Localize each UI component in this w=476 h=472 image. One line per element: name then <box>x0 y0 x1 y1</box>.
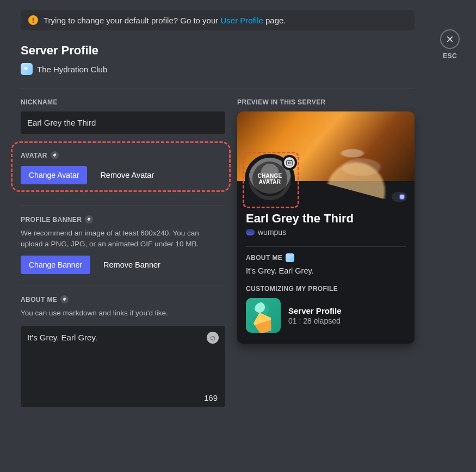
preview-about-label: ABOUT ME <box>246 253 406 262</box>
droplet-icon <box>286 253 294 262</box>
divider <box>21 205 225 206</box>
preview-handle: wumpus <box>246 228 406 237</box>
preview-label: Preview in this server <box>237 98 415 106</box>
upload-image-icon[interactable] <box>282 155 297 170</box>
server-indicator: The Hydration Club <box>21 63 415 75</box>
close-icon <box>446 35 454 44</box>
divider <box>246 246 406 247</box>
about-label: About Me <box>21 295 225 303</box>
about-textarea[interactable]: It's Grey. Earl Grey. ☺ 169 <box>21 326 225 407</box>
avatar-label: Avatar <box>21 151 225 159</box>
svg-point-1 <box>288 162 290 164</box>
user-profile-link[interactable]: User Profile <box>220 16 263 25</box>
banner-label: Profile Banner <box>21 215 225 223</box>
change-banner-button[interactable]: Change Banner <box>21 256 90 274</box>
server-name: The Hydration Club <box>37 65 107 74</box>
activity-title: Server Profile <box>288 306 342 315</box>
divider <box>21 285 225 285</box>
notice-text: Trying to change your default profile? G… <box>44 16 286 25</box>
activity-icon <box>246 298 281 333</box>
status-badge <box>392 192 407 202</box>
server-icon <box>21 63 33 75</box>
close-button[interactable] <box>440 29 460 49</box>
nitro-badge-icon <box>60 295 69 303</box>
preview-activity: Server Profile 01 : 28 elapsed <box>246 298 406 333</box>
divider <box>21 88 415 89</box>
remove-avatar-button[interactable]: Remove Avatar <box>98 166 156 184</box>
preview-activity-label: CUSTOMIZING MY PROFILE <box>246 285 406 293</box>
nickname-label: Nickname <box>21 98 225 106</box>
change-avatar-overlay[interactable]: CHANGE AVATAR <box>252 162 287 196</box>
nitro-badge-icon <box>85 215 93 223</box>
nitro-badge-icon <box>51 151 59 159</box>
handle-icon <box>246 229 255 235</box>
warning-icon: ! <box>28 15 38 25</box>
about-char-count: 169 <box>204 393 218 402</box>
esc-label: ESC <box>443 52 457 60</box>
page-title: Server Profile <box>21 44 415 58</box>
emoji-picker-icon[interactable]: ☺ <box>207 332 219 344</box>
activity-elapsed: 01 : 28 elapsed <box>288 316 342 325</box>
remove-banner-button[interactable]: Remove Banner <box>101 256 163 274</box>
preview-about-text: It's Grey. Earl Grey. <box>246 266 406 275</box>
change-avatar-button[interactable]: Change Avatar <box>21 166 87 184</box>
svg-rect-0 <box>287 161 293 165</box>
about-helper: You can use markdown and links if you'd … <box>21 308 217 319</box>
preview-card: CHANGE AVATAR Earl Grey the Third wumpus <box>237 111 415 344</box>
nickname-input[interactable] <box>21 111 225 134</box>
banner-helper: We recommend an image of at least 600x24… <box>21 228 217 249</box>
notice-bar: ! Trying to change your default profile?… <box>21 10 415 30</box>
about-value: It's Grey. Earl Grey. <box>27 333 219 342</box>
